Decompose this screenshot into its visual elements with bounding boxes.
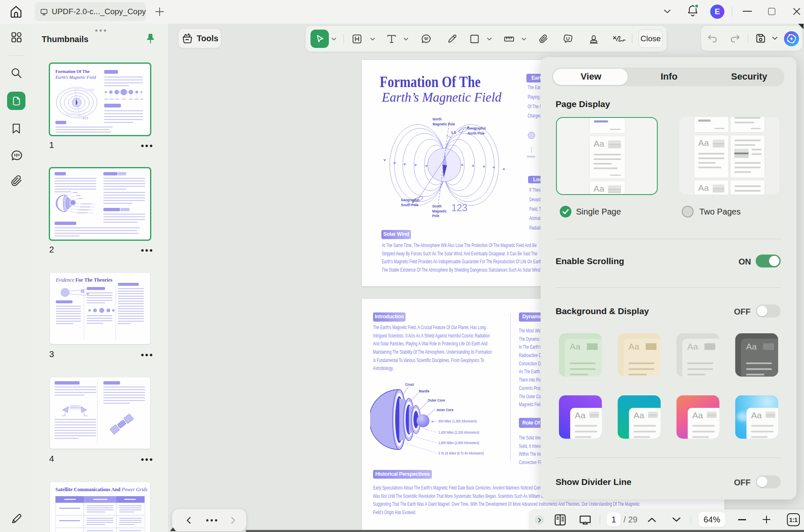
svg-text:1.5: 1.5: [451, 130, 456, 135]
svg-text:Satellite Communications And P: Satellite Communications And Power Grids: [55, 487, 148, 492]
svg-text:Formation Of The: Formation Of The: [55, 69, 90, 74]
svg-text:123: 123: [83, 116, 88, 120]
svg-text:Earth’s Magnetic Field: Earth’s Magnetic Field: [55, 75, 96, 80]
svg-text:Evidence For The Theories: Evidence For The Theories: [55, 277, 113, 283]
